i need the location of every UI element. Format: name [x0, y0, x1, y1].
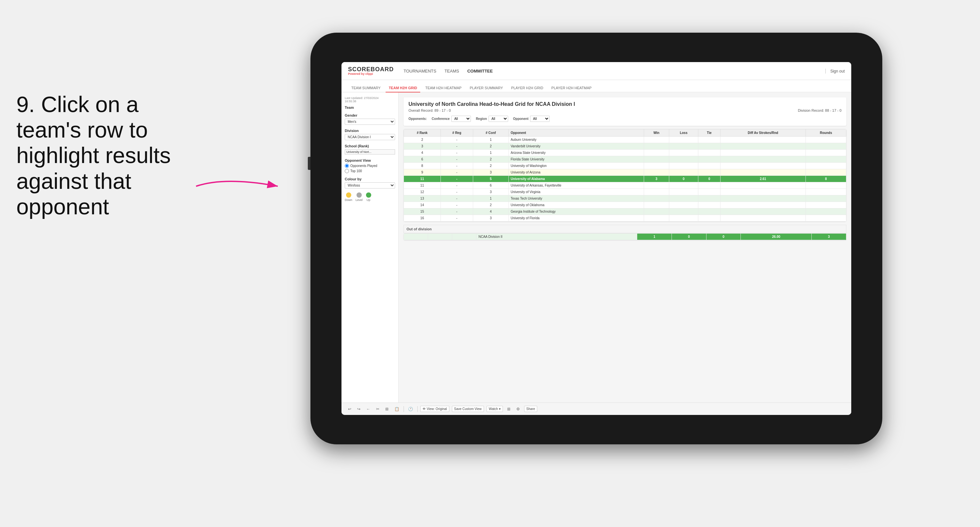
view-original-button[interactable]: 👁 View: Original — [420, 406, 449, 412]
cell-tie — [698, 189, 720, 195]
tab-team-h2h-heatmap[interactable]: TEAM H2H HEATMAP — [422, 84, 465, 92]
sidebar-team-section: Team — [345, 105, 395, 110]
grid-records: Overall Record: 89 - 17 - 0 Division Rec… — [409, 108, 842, 112]
cell-reg: - — [441, 182, 473, 189]
cell-loss — [669, 195, 698, 202]
region-select[interactable]: All — [488, 116, 508, 122]
sign-out-button[interactable]: Sign out — [830, 69, 845, 73]
table-row[interactable]: 11-6University of Arkansas, Fayetteville — [404, 182, 846, 189]
watch-button[interactable]: Watch ▾ — [487, 406, 503, 412]
cell-diff — [720, 202, 806, 209]
legend-level: Level — [356, 193, 363, 202]
cell-tie — [698, 137, 720, 143]
radio-opponents-played[interactable]: Opponents Played — [345, 164, 395, 168]
back-button[interactable]: ← — [365, 406, 372, 412]
table-row[interactable]: 2-1Auburn University — [404, 137, 846, 143]
table-row[interactable]: 11-5University of Alabama3002.618 — [404, 176, 846, 182]
cell-diff — [720, 215, 806, 221]
sidebar-gender-section: Gender Men's — [345, 113, 395, 125]
col-loss: Loss — [669, 129, 698, 137]
table-row[interactable]: 6-2Florida State University — [404, 156, 846, 163]
cell-reg: - — [441, 169, 473, 176]
opponent-filter: Opponent All — [513, 116, 550, 122]
sidebar-colour-select[interactable]: Win/loss — [345, 182, 395, 188]
radio-opponents-played-input[interactable] — [345, 164, 349, 168]
cell-diff — [720, 156, 806, 163]
sidebar-school-value[interactable]: University of Nort... — [345, 149, 395, 154]
tab-player-h2h-heatmap[interactable]: PLAYER H2H HEATMAP — [548, 84, 595, 92]
opponent-select[interactable]: All — [530, 116, 550, 122]
copy-icon[interactable]: ⊞ — [383, 406, 390, 412]
col-opponent: Opponent — [509, 129, 644, 137]
ood-rank — [404, 234, 428, 240]
sidebar-radio-group: Opponents Played Top 100 — [345, 164, 395, 173]
paste-icon[interactable]: 📋 — [393, 406, 401, 412]
cell-opponent: University of Arkansas, Fayetteville — [509, 182, 644, 189]
toolbar-icon-grid[interactable]: ⊞ — [506, 406, 512, 412]
cell-rank: 4 — [404, 150, 441, 156]
bottom-toolbar: ↩ ↪ ← ✂ ⊞ 📋 🕐 👁 View: Original Save Cust… — [342, 403, 851, 415]
tab-team-h2h-grid[interactable]: TEAM H2H GRID — [386, 84, 420, 92]
cell-conf: 1 — [473, 150, 509, 156]
tab-player-h2h-grid[interactable]: PLAYER H2H GRID — [508, 84, 546, 92]
nav-committee[interactable]: COMMITTEE — [467, 67, 493, 75]
radio-top100-input[interactable] — [345, 169, 349, 173]
ood-division: NCAA Division II — [476, 234, 637, 240]
tab-player-summary[interactable]: PLAYER SUMMARY — [466, 84, 506, 92]
out-of-division-row[interactable]: NCAA Division II 1 0 0 26.00 3 — [404, 234, 846, 240]
undo-button[interactable]: ↩ — [346, 406, 353, 412]
sidebar-opponent-view-label: Opponent View — [345, 158, 395, 162]
table-row[interactable]: 13-1Texas Tech University — [404, 195, 846, 202]
cell-diff: 2.61 — [720, 176, 806, 182]
grid-title: University of North Carolina Head-to-Hea… — [409, 101, 842, 107]
radio-top100[interactable]: Top 100 — [345, 169, 395, 173]
cell-opponent: University of Oklahoma — [509, 202, 644, 209]
cut-icon[interactable]: ✂ — [374, 406, 381, 412]
out-of-division-table: NCAA Division II 1 0 0 26.00 3 — [404, 233, 846, 240]
cell-diff — [720, 195, 806, 202]
table-row[interactable]: 4-1Arizona State University — [404, 150, 846, 156]
cell-opponent: Florida State University — [509, 156, 644, 163]
cell-diff — [720, 182, 806, 189]
tab-team-summary[interactable]: TEAM SUMMARY — [348, 84, 384, 92]
cell-conf: 2 — [473, 156, 509, 163]
cell-rank: 15 — [404, 209, 441, 215]
cell-conf: 3 — [473, 189, 509, 195]
cell-conf: 1 — [473, 137, 509, 143]
sidebar-colour-label: Colour by — [345, 177, 395, 181]
cell-win — [644, 215, 669, 221]
sidebar-gender-select[interactable]: Men's — [345, 119, 395, 125]
table-row[interactable]: 15-4Georgia Institute of Technology — [404, 209, 846, 215]
conference-select[interactable]: All — [451, 116, 471, 122]
sub-navigation: TEAM SUMMARY TEAM H2H GRID TEAM H2H HEAT… — [342, 80, 851, 92]
ood-tie: 0 — [706, 234, 741, 240]
cell-win — [644, 202, 669, 209]
save-custom-view-button[interactable]: Save Custom View — [452, 406, 484, 412]
nav-teams[interactable]: TEAMS — [444, 67, 459, 75]
sidebar-division-select[interactable]: NCAA Division I — [345, 134, 395, 140]
sidebar-opponent-view-section: Opponent View Opponents Played Top 100 — [345, 158, 395, 173]
table-row[interactable]: 8-2University of Washington — [404, 163, 846, 169]
toolbar-icon-settings[interactable]: ⚙ — [515, 406, 522, 412]
ood-loss: 0 — [671, 234, 706, 240]
table-row[interactable]: 12-3University of Virginia — [404, 189, 846, 195]
cell-win — [644, 156, 669, 163]
table-row[interactable]: 9-3University of Arizona — [404, 169, 846, 176]
sidebar-gender-label: Gender — [345, 113, 395, 117]
cell-conf: 4 — [473, 209, 509, 215]
cell-reg: - — [441, 143, 473, 150]
clock-icon[interactable]: 🕐 — [407, 406, 415, 412]
cell-conf: 6 — [473, 182, 509, 189]
cell-reg: - — [441, 137, 473, 143]
cell-loss — [669, 169, 698, 176]
cell-diff — [720, 163, 806, 169]
table-row[interactable]: 14-2University of Oklahoma — [404, 202, 846, 209]
share-button[interactable]: Share — [524, 406, 538, 412]
redo-button[interactable]: ↪ — [356, 406, 362, 412]
table-row[interactable]: 3-2Vanderbilt University — [404, 143, 846, 150]
nav-tournaments[interactable]: TOURNAMENTS — [404, 67, 436, 75]
cell-tie — [698, 169, 720, 176]
cell-win — [644, 209, 669, 215]
table-row[interactable]: 16-3University of Florida — [404, 215, 846, 221]
division-record: Division Record: 88 - 17 - 0 — [798, 108, 842, 112]
